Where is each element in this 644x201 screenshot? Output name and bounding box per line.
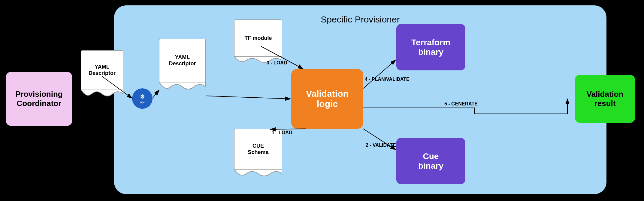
yaml-descriptor-inner-label: YAMLDescriptor [159,39,206,82]
validation-result-box: Validationresult [575,75,635,123]
terraform-binary-box: Terraformbinary [396,24,465,70]
api-label: api [140,101,144,104]
tf-module-box: TF module [234,19,282,64]
yaml-descriptor-outer: YAMLDescriptor [81,50,123,98]
cue-schema-box: CUESchema [234,129,282,178]
validation-logic-box: Validationlogic [291,69,363,129]
yaml-descriptor-outer-label: YAMLDescriptor [81,50,123,90]
cue-binary-label: Cuebinary [418,152,443,171]
provisioning-coordinator-box: Provisioning Coordinator [6,72,72,126]
yaml-descriptor-inner: YAMLDescriptor [159,39,206,91]
validation-result-label: Validationresult [587,90,624,108]
api-icon: ⚙ [140,93,145,100]
svg-line-1 [72,75,80,99]
api-circle: ⚙ api [132,88,153,109]
tf-module-label: TF module [234,19,282,56]
specific-provisioner-label: Specific Provisioner [114,14,606,25]
cue-schema-label: CUESchema [234,129,282,169]
provisioning-coordinator-label: Provisioning Coordinator [15,90,62,108]
cue-binary-box: Cuebinary [396,138,465,184]
diagram-container: Specific Provisioner Provisioning Coordi… [0,0,644,201]
terraform-binary-label: Terraformbinary [411,38,450,57]
validation-logic-label: Validationlogic [306,89,349,109]
